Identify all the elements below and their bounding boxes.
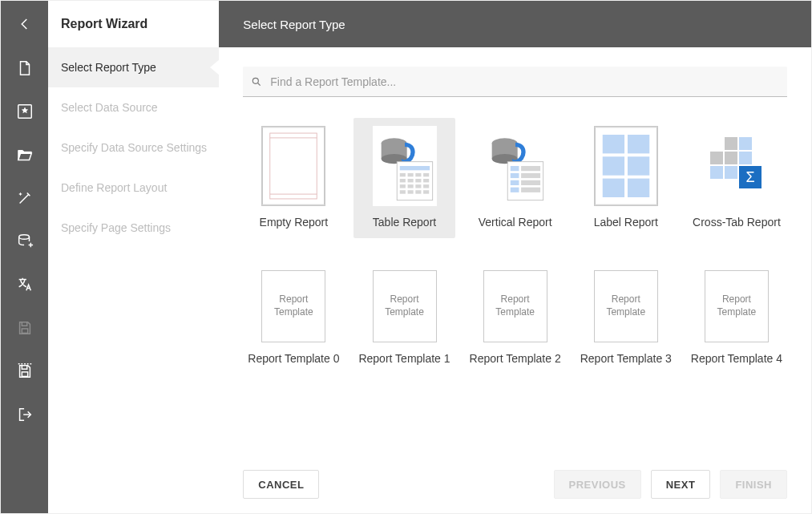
search-box[interactable] xyxy=(243,67,787,97)
thumb-text: Report Template xyxy=(274,293,313,318)
svg-point-1 xyxy=(18,235,29,240)
empty-report-thumb xyxy=(261,126,325,206)
wizard-step-select-report-type[interactable]: Select Report Type xyxy=(48,47,219,87)
design-wizard-icon[interactable] xyxy=(9,95,41,127)
template-empty-report[interactable]: Empty Report xyxy=(243,118,344,238)
svg-rect-18 xyxy=(423,173,429,176)
exit-icon[interactable] xyxy=(9,399,41,431)
search-icon xyxy=(251,76,262,87)
svg-rect-27 xyxy=(399,190,405,193)
svg-rect-28 xyxy=(407,190,413,193)
svg-rect-47 xyxy=(603,156,624,175)
template-label: Empty Report xyxy=(260,216,329,229)
wizard-step-define-report-layout[interactable]: Define Report Layout xyxy=(48,168,219,208)
svg-point-4 xyxy=(253,78,259,83)
localization-icon[interactable] xyxy=(9,269,41,301)
new-report-icon[interactable] xyxy=(9,52,41,84)
svg-rect-46 xyxy=(628,135,649,153)
next-button[interactable]: NEXT xyxy=(651,470,711,499)
wizard-step-specify-page-settings[interactable]: Specify Page Settings xyxy=(48,208,219,248)
svg-rect-57 xyxy=(725,166,737,179)
page-title: Select Report Type xyxy=(219,1,811,47)
template-custom-0[interactable]: Report Template Report Template 0 xyxy=(243,262,344,374)
template-label: Report Template 1 xyxy=(358,352,450,365)
save-icon xyxy=(9,312,41,344)
svg-rect-51 xyxy=(725,137,737,150)
template-label: Report Template 4 xyxy=(691,352,782,365)
svg-rect-40 xyxy=(510,180,519,185)
template-label: Cross-Tab Report xyxy=(693,216,781,229)
finish-button: FINISH xyxy=(720,470,787,499)
svg-rect-52 xyxy=(739,137,752,150)
open-icon[interactable] xyxy=(9,139,41,171)
svg-rect-54 xyxy=(725,152,737,164)
svg-rect-20 xyxy=(407,179,413,182)
template-custom-4[interactable]: Report Template Report Template 4 xyxy=(686,262,787,374)
template-custom-3[interactable]: Report Template Report Template 3 xyxy=(576,262,677,374)
wizard-step-label: Define Report Layout xyxy=(61,181,167,194)
wizard-step-specify-data-source-settings[interactable]: Specify Data Source Settings xyxy=(48,127,219,168)
svg-rect-50 xyxy=(628,179,649,197)
svg-rect-43 xyxy=(521,188,540,192)
thumb-text: Report Template xyxy=(717,293,757,318)
svg-rect-48 xyxy=(628,156,649,175)
template-custom-2[interactable]: Report Template Report Template 2 xyxy=(465,262,566,374)
svg-rect-5 xyxy=(263,127,325,205)
cancel-button[interactable]: CANCEL xyxy=(243,470,319,499)
template-label: Report Template 3 xyxy=(580,352,672,365)
search-input[interactable] xyxy=(270,75,779,88)
wizard-footer: CANCEL PREVIOUS NEXT FINISH xyxy=(219,470,811,499)
svg-rect-45 xyxy=(603,135,624,153)
main-panel: Select Report Type Empty Report xyxy=(219,1,811,513)
save-as-icon[interactable] xyxy=(9,355,41,387)
template-label: Report Template 0 xyxy=(248,352,339,365)
svg-rect-23 xyxy=(399,184,405,188)
custom-template-thumb: Report Template xyxy=(373,270,437,342)
icon-rail xyxy=(1,1,48,513)
svg-rect-25 xyxy=(415,184,421,188)
wizard-nav: Report Wizard Select Report Type Select … xyxy=(48,1,219,513)
wizard-step-label: Specify Data Source Settings xyxy=(61,141,207,154)
thumb-text: Report Template xyxy=(385,293,424,318)
svg-rect-14 xyxy=(399,166,429,170)
back-button[interactable] xyxy=(1,7,48,41)
svg-rect-49 xyxy=(603,179,624,197)
template-table-report[interactable]: Table Report xyxy=(353,118,454,238)
svg-rect-36 xyxy=(510,166,519,171)
thumb-text: Report Template xyxy=(495,293,535,318)
svg-text:Σ: Σ xyxy=(745,169,754,185)
wizard-step-select-data-source[interactable]: Select Data Source xyxy=(48,87,219,127)
custom-template-thumb: Report Template xyxy=(483,270,547,342)
svg-rect-37 xyxy=(521,166,540,171)
svg-rect-16 xyxy=(407,173,413,176)
svg-rect-2 xyxy=(22,329,27,334)
svg-rect-41 xyxy=(521,180,540,185)
svg-rect-19 xyxy=(399,179,405,182)
crosstab-report-thumb: Σ xyxy=(701,126,773,206)
template-label: Table Report xyxy=(373,216,436,229)
svg-rect-15 xyxy=(399,173,405,176)
svg-rect-22 xyxy=(423,179,429,182)
wizard-step-label: Specify Page Settings xyxy=(61,221,171,234)
svg-rect-38 xyxy=(510,173,519,178)
template-vertical-report[interactable]: Vertical Report xyxy=(465,118,566,238)
table-report-thumb xyxy=(373,126,437,206)
custom-template-thumb: Report Template xyxy=(261,270,325,342)
template-custom-1[interactable]: Report Template Report Template 1 xyxy=(353,262,454,374)
svg-rect-21 xyxy=(415,179,421,182)
svg-rect-53 xyxy=(710,152,723,164)
previous-button: PREVIOUS xyxy=(554,470,641,499)
svg-rect-42 xyxy=(510,188,519,192)
svg-rect-24 xyxy=(407,184,413,188)
custom-template-thumb: Report Template xyxy=(594,270,658,342)
template-label: Label Report xyxy=(594,216,658,229)
database-add-icon[interactable] xyxy=(9,225,41,257)
thumb-text: Report Template xyxy=(606,293,645,318)
template-crosstab-report[interactable]: Σ Cross-Tab Report xyxy=(686,118,787,238)
svg-rect-3 xyxy=(22,372,27,377)
template-label-report[interactable]: Label Report xyxy=(576,118,677,238)
label-report-thumb xyxy=(594,126,658,206)
wand-icon[interactable] xyxy=(9,182,41,214)
svg-rect-30 xyxy=(423,190,429,193)
svg-rect-55 xyxy=(739,152,752,164)
